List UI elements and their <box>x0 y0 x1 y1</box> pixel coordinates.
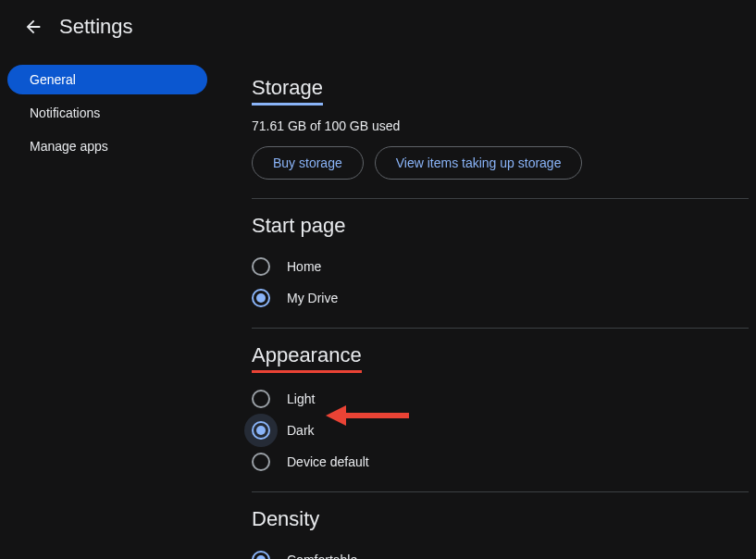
section-appearance: Appearance Light Dark Device default <box>252 329 749 492</box>
view-items-button[interactable]: View items taking up storage <box>375 146 583 180</box>
density-title: Density <box>252 507 319 534</box>
radio-label: Light <box>287 391 315 406</box>
back-button[interactable] <box>22 16 44 38</box>
main-content: Storage 71.61 GB of 100 GB used Buy stor… <box>215 54 756 559</box>
radio-icon <box>252 453 270 471</box>
radio-dark[interactable]: Dark <box>252 421 749 440</box>
sidebar: General Notifications Manage apps <box>0 54 215 559</box>
page-title: Settings <box>59 15 133 39</box>
radio-label: Device default <box>287 454 369 469</box>
radio-device-default[interactable]: Device default <box>252 453 749 471</box>
appearance-title: Appearance <box>252 343 362 373</box>
storage-title: Storage <box>252 76 323 106</box>
buy-storage-button[interactable]: Buy storage <box>252 146 364 180</box>
storage-usage: 71.61 GB of 100 GB used <box>252 118 749 133</box>
radio-light[interactable]: Light <box>252 390 749 408</box>
sidebar-item-manage-apps[interactable]: Manage apps <box>7 131 207 161</box>
radio-label: Comfortable <box>287 553 357 559</box>
back-arrow-icon <box>23 17 43 37</box>
radio-icon <box>252 289 270 307</box>
radio-icon <box>252 390 270 408</box>
radio-comfortable[interactable]: Comfortable <box>252 551 749 559</box>
sidebar-item-label: Manage apps <box>30 139 108 154</box>
sidebar-item-notifications[interactable]: Notifications <box>7 98 207 128</box>
radio-label: Dark <box>287 423 315 438</box>
radio-my-drive[interactable]: My Drive <box>252 289 749 307</box>
section-storage: Storage 71.61 GB of 100 GB used Buy stor… <box>252 61 749 199</box>
radio-icon <box>252 421 270 440</box>
startpage-title: Start page <box>252 214 346 241</box>
radio-home[interactable]: Home <box>252 257 749 276</box>
sidebar-item-label: General <box>30 72 76 87</box>
radio-icon <box>252 551 270 559</box>
section-density: Density Comfortable <box>252 492 749 559</box>
header: Settings <box>0 0 756 54</box>
radio-icon <box>252 257 270 276</box>
layout: General Notifications Manage apps Storag… <box>0 54 756 559</box>
storage-buttons: Buy storage View items taking up storage <box>252 146 749 180</box>
radio-label: Home <box>287 259 321 274</box>
section-start-page: Start page Home My Drive <box>252 199 749 329</box>
sidebar-item-label: Notifications <box>30 106 100 120</box>
radio-label: My Drive <box>287 291 338 305</box>
sidebar-item-general[interactable]: General <box>7 65 207 94</box>
